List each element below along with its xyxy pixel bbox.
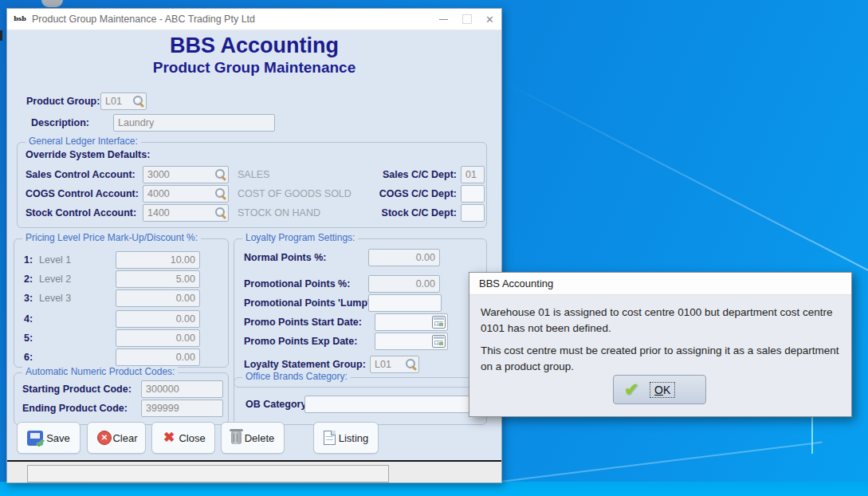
gl-row-cogs: COGS Control Account: 4000 COST OF GOODS… (18, 185, 486, 203)
sales-cc-dept-value: 01 (465, 167, 480, 183)
stock-cc-dept-label: Stock C/C Dept: (375, 204, 457, 222)
product-group-label: Product Group: (26, 93, 100, 110)
description-value: Laundry (118, 115, 270, 131)
normal-points-value: 0.00 (373, 250, 435, 266)
desktop-icon-fragment (0, 30, 2, 41)
delete-button[interactable]: Delete (221, 422, 285, 454)
cogs-control-account-field[interactable]: 4000 (143, 185, 229, 203)
gl-row-sales: Sales Control Account: 3000 SALES Sales … (18, 166, 486, 183)
promo-points-field[interactable]: 0.00 (368, 275, 440, 293)
cogs-account-lookup-icon[interactable] (214, 187, 226, 200)
level-number: 6: (24, 348, 33, 366)
promo-lump-label: Promotional Points 'Lump': (244, 294, 373, 312)
statement-group-value: L01 (375, 356, 403, 372)
level-6-field[interactable]: 0.00 (116, 348, 200, 366)
starting-code-field[interactable]: 300000 (141, 380, 223, 398)
loyalty-row-start-date: Promo Points Start Date: (234, 313, 486, 331)
cogs-cc-dept-field[interactable] (461, 185, 485, 203)
ok-button[interactable]: OK (613, 375, 706, 404)
normal-points-field[interactable]: 0.00 (368, 249, 440, 266)
close-icon[interactable] (478, 9, 501, 30)
level-4-field[interactable]: 0.00 (116, 310, 200, 328)
listing-button[interactable]: Listing (313, 422, 379, 454)
office-brands-legend: Office Brands Category: (242, 371, 351, 382)
description-field[interactable]: Laundry (113, 114, 275, 132)
clear-button[interactable]: Clear (87, 422, 146, 454)
promo-exp-date-field[interactable] (375, 333, 448, 350)
level-6-value: 0.00 (120, 349, 195, 365)
pricing-row-6: 6: 0.00 (14, 348, 228, 366)
level-number: 3: (24, 289, 33, 307)
dialog-message-1: Warehouse 01 is assigned to cost centre … (481, 305, 843, 336)
level-name: Level 2 (39, 270, 71, 288)
auto-product-codes-group: Automatic Numeric Product Codes: Startin… (14, 372, 229, 425)
override-defaults-label: Override System Defaults: (26, 146, 150, 163)
ending-code-label: Ending Product Code: (22, 400, 128, 417)
pricing-row-3: 3: Level 3 0.00 (14, 289, 228, 307)
statement-group-lookup-icon[interactable] (404, 358, 417, 371)
level-3-field[interactable]: 0.00 (116, 289, 200, 307)
stock-cc-dept-field[interactable] (461, 204, 485, 222)
stock-account-lookup-icon[interactable] (214, 207, 226, 219)
general-ledger-group: General Ledger Interface: Override Syste… (17, 142, 487, 228)
level-1-field[interactable]: 10.00 (116, 251, 200, 269)
ending-code-value: 399999 (146, 400, 218, 416)
level-2-field[interactable]: 5.00 (116, 270, 200, 288)
red-x-icon (162, 431, 176, 445)
stock-control-account-field[interactable]: 1400 (143, 204, 229, 222)
minimize-icon[interactable] (432, 9, 455, 30)
loyalty-settings-group: Loyalty Program Settings: Normal Points … (234, 238, 487, 388)
close-button-label: Close (176, 432, 214, 444)
normal-points-label: Normal Points %: (244, 249, 327, 266)
pricing-row-4: 4: 0.00 (14, 310, 228, 328)
bin-icon (231, 431, 242, 444)
pricing-row-1: 1: Level 1 10.00 (14, 251, 228, 269)
status-bar (7, 462, 501, 482)
promo-lump-field[interactable] (368, 294, 442, 312)
level-number: 2: (24, 270, 33, 288)
promo-start-date-field[interactable] (375, 313, 448, 331)
loyalty-settings-legend: Loyalty Program Settings: (242, 232, 358, 243)
cogs-cc-dept-label: COGS C/C Dept: (375, 185, 457, 203)
close-button[interactable]: Close (151, 422, 215, 454)
level-5-field[interactable]: 0.00 (116, 329, 200, 347)
desktop-icon-fragment (41, 0, 63, 7)
ob-category-label: OB Category: (245, 396, 310, 413)
sales-cc-dept-field[interactable]: 01 (461, 166, 485, 183)
promo-start-date-label: Promo Points Start Date: (244, 313, 362, 331)
start-date-calendar-icon[interactable] (432, 316, 446, 329)
wallpaper-beam (502, 81, 868, 276)
auto-codes-row-start: Starting Product Code: 300000 (14, 380, 228, 398)
loyalty-row-exp-date: Promo Points Exp Date: (234, 333, 486, 350)
dialog-message-2: This cost centre must be created prior t… (481, 343, 843, 374)
level-name: Level 1 (39, 251, 71, 269)
product-group-field[interactable]: L01 (100, 93, 147, 110)
general-ledger-legend: General Ledger Interface: (26, 136, 141, 147)
app-title: BBS Accounting (7, 33, 501, 58)
save-button-label: Save (43, 432, 80, 444)
sales-control-account-label: Sales Control Account: (26, 166, 136, 183)
wallpaper-bottom-band (0, 482, 868, 496)
statement-group-field[interactable]: L01 (370, 356, 419, 373)
window-title: Product Group Maintenance - ABC Trading … (32, 14, 255, 25)
level-1-value: 10.00 (120, 252, 195, 268)
save-button[interactable]: Save (17, 422, 81, 454)
maximize-icon[interactable] (455, 9, 478, 30)
description-label: Description: (31, 114, 89, 132)
product-group-lookup-icon[interactable] (132, 95, 144, 108)
level-number: 4: (24, 310, 33, 328)
level-number: 5: (24, 329, 33, 347)
pricing-levels-legend: Pricing Level Price Mark-Up/Discount %: (22, 232, 201, 243)
loyalty-row-promo-pct: Promotional Points %: 0.00 (234, 275, 486, 293)
ob-category-field[interactable] (304, 396, 483, 413)
green-check-icon (624, 381, 638, 399)
exp-date-calendar-icon[interactable] (432, 335, 446, 348)
sales-control-account-field[interactable]: 3000 (143, 166, 229, 183)
sales-account-lookup-icon[interactable] (214, 168, 226, 181)
document-icon (324, 431, 336, 445)
ending-code-field[interactable]: 399999 (141, 400, 223, 417)
delete-button-label: Delete (242, 432, 284, 444)
status-message-field (27, 465, 389, 482)
ok-button-label: OK (638, 383, 686, 397)
starting-code-label: Starting Product Code: (22, 380, 132, 398)
